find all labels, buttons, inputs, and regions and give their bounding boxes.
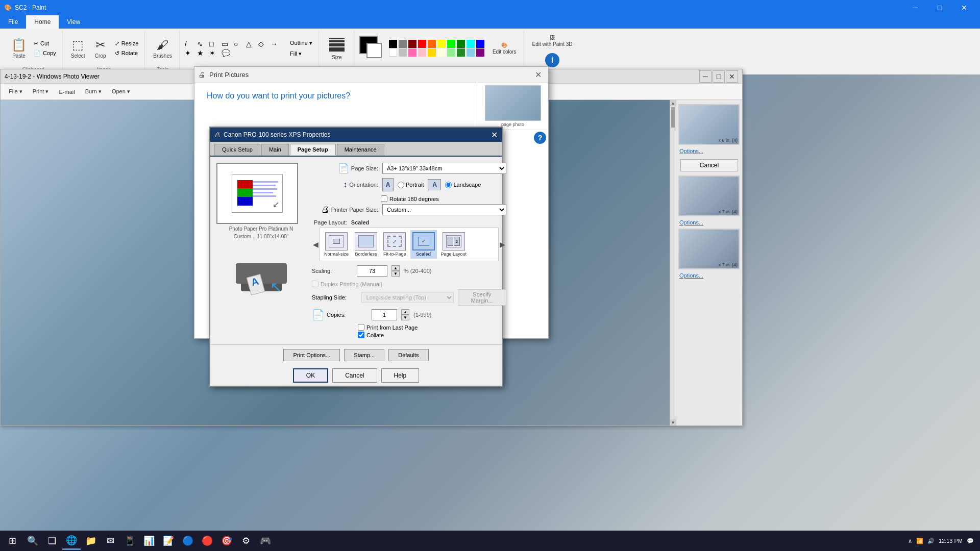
stamp-button[interactable]: Stamp... [344, 349, 384, 361]
layout-scroll-right[interactable]: ▶ [499, 240, 506, 248]
color-red[interactable] [418, 40, 426, 48]
tab-main[interactable]: Main [261, 144, 289, 156]
shape-triangle[interactable]: △ [246, 40, 257, 48]
shape-diamond[interactable]: ◇ [258, 40, 270, 48]
scroll-up-arrow[interactable]: ▲ [670, 100, 676, 106]
shape-round-rect[interactable]: ▭ [222, 40, 233, 48]
portrait-radio[interactable] [398, 182, 404, 188]
open-menu[interactable]: Open ▾ [108, 87, 134, 96]
cut-button[interactable]: ✂ Cut [32, 39, 58, 48]
shape-line[interactable]: / [185, 40, 196, 48]
color-lightgray[interactable] [399, 48, 407, 57]
word-button[interactable]: 📝 [159, 532, 178, 550]
ribbon-tab-view[interactable]: View [59, 15, 88, 29]
edit-paint3d-button[interactable]: 🖼 Edit with Paint 3D [529, 33, 576, 49]
burn-menu[interactable]: Burn ▾ [81, 87, 106, 96]
scaling-input[interactable] [357, 265, 387, 277]
copies-input[interactable] [372, 309, 397, 320]
minimize-button[interactable]: ─ [903, 0, 927, 15]
color-lightgreen[interactable] [447, 48, 455, 57]
systray-network[interactable]: 📶 [916, 538, 923, 544]
file-explorer-button[interactable]: 📁 [82, 532, 100, 550]
copies-up[interactable]: ▲ [401, 309, 409, 315]
pv-minimize[interactable]: ─ [699, 70, 712, 83]
pv-thumb-1[interactable]: x 6 in. (4) [678, 104, 740, 145]
fill-button[interactable]: Fill ▾ [288, 49, 314, 58]
print-dialog-close[interactable]: ✕ [532, 69, 544, 81]
pv-maximize[interactable]: □ [713, 70, 725, 83]
brushes-button[interactable]: 🖌 Brushes [150, 33, 175, 64]
landscape-radio[interactable] [445, 182, 452, 188]
color-skyblue[interactable] [467, 48, 475, 57]
scroll-thumb[interactable] [671, 107, 675, 128]
color-darkred[interactable] [408, 40, 416, 48]
defaults-button[interactable]: Defaults [388, 349, 428, 361]
other-app-3[interactable]: ⚙ [237, 532, 255, 550]
other-app-4[interactable]: 🎮 [256, 532, 275, 550]
color-lightyellow[interactable] [437, 48, 446, 57]
shape-star5[interactable]: ★ [197, 49, 208, 57]
color-purple[interactable] [476, 48, 484, 57]
layout-normal-size[interactable]: Normal-size [322, 230, 351, 259]
file-menu[interactable]: File ▾ [5, 87, 27, 96]
sidebar-cancel-button[interactable]: Cancel [680, 159, 738, 171]
task-view-button[interactable]: ❑ [43, 532, 61, 550]
ribbon-tab-file[interactable]: File [0, 15, 26, 29]
excel-button[interactable]: 📊 [140, 532, 158, 550]
color-orange[interactable] [428, 40, 436, 48]
notification-button[interactable]: 💬 [967, 538, 974, 544]
pv-thumb-2[interactable]: x 7 in. (4) [678, 176, 740, 216]
print-options-button[interactable]: Print Options... [283, 349, 340, 361]
mail-button[interactable]: ✉ [101, 532, 119, 550]
color-lightpink[interactable] [418, 48, 426, 57]
other-app-1[interactable]: 🔴 [198, 532, 216, 550]
rotate-checkbox[interactable] [381, 195, 387, 202]
shape-star4[interactable]: ✦ [185, 49, 196, 57]
layout-borderless[interactable]: Borderless [353, 230, 379, 259]
systray-expand[interactable]: ∧ [908, 538, 912, 544]
edge-browser-button[interactable]: 🌐 [62, 532, 81, 550]
ok-button[interactable]: OK [293, 368, 328, 383]
color-gold[interactable] [428, 48, 436, 57]
chrome-button[interactable]: 🔵 [179, 532, 197, 550]
pv-close[interactable]: ✕ [726, 70, 738, 83]
color-green[interactable] [447, 40, 455, 48]
outline-button[interactable]: Outline ▾ [288, 39, 314, 47]
color-yellow[interactable] [437, 40, 446, 48]
options-link-3[interactable]: Options... [678, 271, 740, 280]
copies-down[interactable]: ▼ [401, 315, 409, 320]
other-app-2[interactable]: 🎯 [217, 532, 236, 550]
shape-rect[interactable]: □ [209, 40, 220, 48]
help-icon[interactable]: ? [534, 132, 546, 144]
layout-page-layout[interactable]: 2 Page Layout [439, 230, 469, 259]
shape-ellipse[interactable]: ○ [234, 40, 245, 48]
page-size-dropdown[interactable]: A3+ 13"x19" 33x48cm [382, 163, 506, 174]
edit-colors-button[interactable]: 🎨 Edit colors [489, 40, 520, 57]
canon-close-button[interactable]: ✕ [491, 130, 498, 140]
options-link-1[interactable]: Options... [678, 147, 740, 155]
color-pink[interactable] [408, 48, 416, 57]
layout-scaled[interactable]: ✓ Scaled [410, 230, 437, 259]
start-button[interactable]: ⊞ [2, 531, 22, 551]
shape-curve[interactable]: ∿ [197, 40, 208, 48]
printer-paper-dropdown[interactable]: Custom... [382, 204, 506, 215]
print-from-last-checkbox[interactable] [358, 324, 364, 331]
shape-star6[interactable]: ✶ [209, 49, 220, 57]
shape-callout[interactable]: 💬 [222, 49, 233, 57]
print-menu[interactable]: Print ▾ [29, 87, 53, 96]
copy-button[interactable]: 📄 Copy [32, 49, 58, 58]
search-button[interactable]: 🔍 [23, 532, 42, 550]
taskbar-time[interactable]: 12:13 PM [939, 538, 963, 544]
tab-page-setup[interactable]: Page Setup [290, 144, 336, 156]
cancel-button[interactable]: Cancel [332, 368, 377, 383]
pv-thumb-3[interactable]: x 7 in. (4) [678, 229, 740, 269]
crop-button[interactable]: ✂ Crop [90, 33, 111, 64]
maximize-button[interactable]: □ [928, 0, 951, 15]
size-button[interactable]: Size [324, 33, 350, 64]
scaling-down[interactable]: ▼ [391, 271, 400, 277]
ribbon-tab-home[interactable]: Home [26, 15, 59, 29]
rotate-button[interactable]: ↺ Rotate [113, 49, 141, 58]
help-button[interactable]: Help [381, 368, 420, 383]
email-menu[interactable]: E-mail [55, 87, 79, 96]
tab-quick-setup[interactable]: Quick Setup [214, 144, 260, 156]
